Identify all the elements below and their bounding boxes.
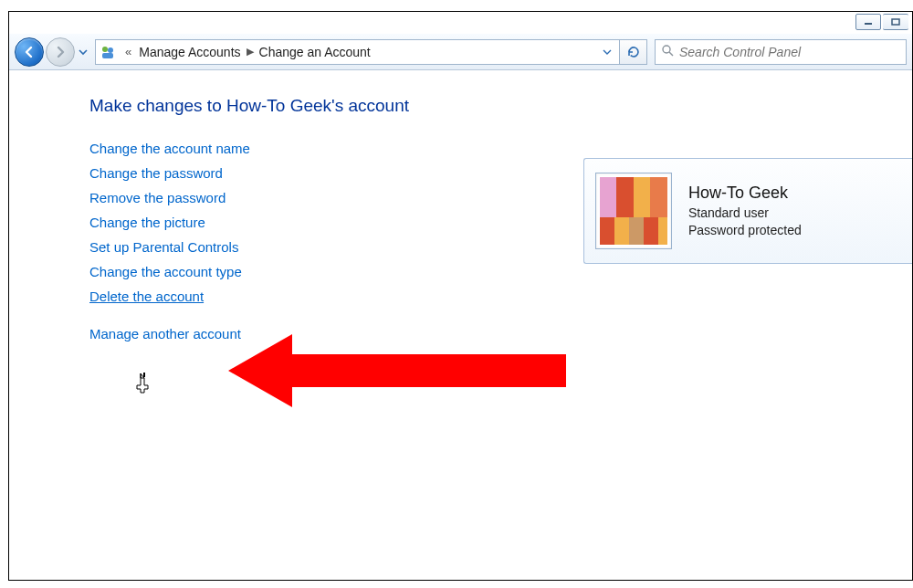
address-bar[interactable]: « Manage Accounts ▶ Change an Account <box>95 39 620 65</box>
account-type: Standard user <box>688 205 802 222</box>
delete-account-link[interactable]: Delete the account <box>89 284 912 309</box>
nav-history-dropdown[interactable] <box>77 37 89 67</box>
window-controls <box>852 12 912 32</box>
avatar-image <box>600 177 667 245</box>
breadcrumb-seg-1[interactable]: Manage Accounts <box>135 45 244 59</box>
account-avatar <box>595 173 672 249</box>
search-icon <box>661 44 674 60</box>
svg-line-6 <box>669 52 673 56</box>
change-account-name-link[interactable]: Change the account name <box>89 136 912 161</box>
account-meta: How-To Geek Standard user Password prote… <box>688 184 802 239</box>
svg-rect-1 <box>892 19 899 25</box>
back-button[interactable] <box>15 37 44 67</box>
manage-another-account-link[interactable]: Manage another account <box>89 321 912 346</box>
address-dropdown-icon[interactable] <box>599 47 615 57</box>
account-status: Password protected <box>688 222 802 239</box>
maximize-button[interactable] <box>883 14 908 30</box>
svg-point-3 <box>108 47 113 53</box>
action-spacer <box>89 309 912 321</box>
svg-rect-4 <box>102 53 113 58</box>
search-box[interactable] <box>655 39 907 65</box>
minimize-button[interactable] <box>855 14 881 30</box>
content-area: Make changes to How-To Geek's account Ch… <box>9 70 912 580</box>
forward-button[interactable] <box>46 37 75 67</box>
account-name: How-To Geek <box>688 184 802 203</box>
breadcrumb-separator-icon[interactable]: ▶ <box>247 46 254 58</box>
page-title: Make changes to How-To Geek's account <box>89 96 912 116</box>
svg-point-5 <box>663 46 670 53</box>
breadcrumb-overflow-icon[interactable]: « <box>125 45 131 58</box>
breadcrumb-seg-2[interactable]: Change an Account <box>256 45 374 59</box>
window-frame: « Manage Accounts ▶ Change an Account Ma… <box>8 11 913 581</box>
refresh-button[interactable] <box>620 39 647 65</box>
search-input[interactable] <box>679 45 900 59</box>
navigation-bar: « Manage Accounts ▶ Change an Account <box>9 34 912 70</box>
svg-point-2 <box>102 47 108 52</box>
user-accounts-icon <box>100 44 116 60</box>
account-summary-card: How-To Geek Standard user Password prote… <box>583 158 912 264</box>
